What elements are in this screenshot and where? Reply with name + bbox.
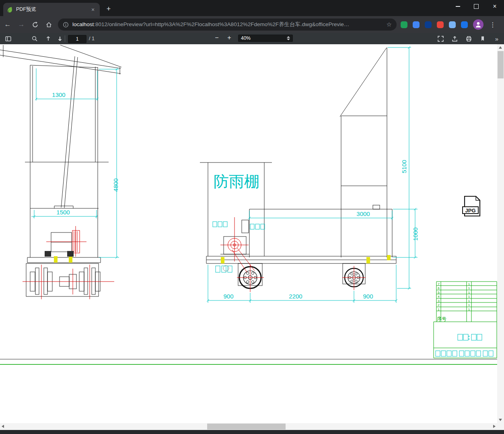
- jpg-label: JPG: [465, 208, 475, 214]
- dimension-labels: 1300 4800 1500 防雨棚 3000 1000 5100 900 22…: [52, 91, 419, 300]
- reload-button[interactable]: [29, 19, 41, 31]
- zoom-in-button[interactable]: +: [225, 34, 234, 41]
- row-no: 5: [438, 291, 440, 294]
- url-text: localhost:8012/onlinePreview?url=http%3A…: [72, 21, 383, 28]
- dimension-label: 2200: [289, 293, 302, 300]
- maximize-icon: [474, 4, 479, 9]
- open-file-icon: [451, 35, 458, 42]
- row-no: 2: [438, 303, 440, 307]
- close-icon: ×: [493, 3, 496, 10]
- browser-menu-icon[interactable]: ⋮: [489, 21, 497, 29]
- bookmark-icon: [479, 35, 486, 42]
- extension-icon[interactable]: [437, 21, 444, 28]
- more-tools-button[interactable]: »: [493, 35, 501, 43]
- home-icon: [45, 21, 52, 28]
- new-tab-button[interactable]: +: [104, 4, 113, 14]
- zoom-level-value: 40%: [241, 35, 287, 41]
- toolbar-divider: [65, 35, 65, 42]
- row-qty: 1: [468, 295, 470, 298]
- extension-icon[interactable]: [413, 21, 420, 28]
- reload-icon: [32, 21, 39, 28]
- front-view: [0, 45, 121, 296]
- arrow-up-icon: [45, 35, 51, 42]
- horizontal-scrollbar[interactable]: [0, 423, 497, 430]
- zoom-level-select[interactable]: 40%: [238, 35, 293, 42]
- extension-icon[interactable]: [425, 21, 432, 28]
- row-no: 4: [438, 295, 440, 298]
- row-no: 7: [438, 282, 440, 286]
- arrow-down-icon: [57, 35, 63, 42]
- title-block-dots: [469, 336, 470, 340]
- scroll-right-icon[interactable]: [493, 425, 496, 428]
- title-block: [436, 334, 493, 356]
- address-bar: ← → localhost:8012/onlinePreview?url=htt…: [0, 16, 504, 33]
- dimension-label: 900: [223, 293, 233, 300]
- window-bottom-edge: [0, 430, 504, 434]
- minimize-icon: [456, 6, 460, 7]
- pdf-page: 1300 4800 1500 防雨棚 3000 1000 5100 900 22…: [0, 44, 504, 434]
- profile-avatar[interactable]: [473, 19, 483, 30]
- row-qty: 1: [468, 308, 470, 311]
- extension-icon[interactable]: [401, 21, 407, 28]
- table-header-label: 序号: [437, 316, 446, 322]
- print-button[interactable]: [465, 35, 473, 43]
- download-button[interactable]: [479, 35, 487, 43]
- select-spinner-icon: [287, 36, 290, 40]
- row-qty: 1: [468, 303, 470, 307]
- tab-title: PDF预览: [16, 6, 89, 13]
- dimension-label: 1000: [412, 227, 419, 241]
- row-qty: 1: [468, 286, 470, 290]
- row-qty: 1: [468, 299, 470, 303]
- row-no: 6: [438, 286, 440, 290]
- back-button[interactable]: ←: [2, 19, 14, 31]
- url-rest: :8012/onlinePreview?url=http%3A%2F%2Floc…: [94, 21, 349, 27]
- page-number-input[interactable]: [68, 35, 86, 43]
- page-count-label: / 1: [89, 36, 95, 41]
- bookmark-star-icon[interactable]: ☆: [387, 21, 392, 28]
- previous-page-button[interactable]: [44, 35, 52, 43]
- canopy-label: 防雨棚: [214, 173, 259, 190]
- window-controls: ×: [448, 0, 504, 16]
- maximize-button[interactable]: [467, 0, 485, 13]
- search-icon: [31, 35, 38, 42]
- row-no: 1: [438, 308, 440, 311]
- url-field[interactable]: localhost:8012/onlinePreview?url=http%3A…: [58, 19, 397, 31]
- dimension-label: 5100: [401, 160, 407, 173]
- open-file-button[interactable]: [451, 35, 459, 43]
- scroll-left-icon[interactable]: [2, 425, 4, 428]
- jpg-placeholder-icon: JPG: [463, 196, 480, 216]
- url-host: localhost: [72, 21, 94, 27]
- vertical-scrollbar[interactable]: [497, 44, 504, 423]
- tab-close-icon[interactable]: ×: [89, 6, 97, 13]
- dimension-label: 4800: [112, 178, 119, 191]
- find-button[interactable]: [31, 35, 39, 43]
- close-button[interactable]: ×: [485, 0, 504, 13]
- extension-icon[interactable]: [449, 21, 456, 28]
- centerlines-and-drive: [23, 217, 366, 299]
- home-button[interactable]: [43, 19, 55, 31]
- cad-drawing: 1300 4800 1500 防雨棚 3000 1000 5100 900 22…: [0, 44, 497, 423]
- next-page-button[interactable]: [56, 35, 64, 43]
- presentation-mode-button[interactable]: [436, 35, 444, 43]
- browser-tab[interactable]: PDF预览 ×: [3, 3, 100, 16]
- extension-icon[interactable]: [461, 21, 468, 28]
- row-qty: 1: [468, 291, 470, 294]
- browser-window: { "window": { "tab_title": "PDF预览", "tab…: [0, 0, 504, 434]
- sidebar-icon: [5, 35, 12, 42]
- page-info-icon[interactable]: [63, 22, 69, 28]
- dimension-label: 1300: [52, 91, 65, 98]
- horizontal-scrollbar-thumb[interactable]: [207, 424, 286, 430]
- forward-button[interactable]: →: [15, 19, 27, 31]
- scroll-down-icon[interactable]: [499, 419, 502, 421]
- toolbar-right-icons: »: [436, 35, 501, 43]
- print-icon: [465, 35, 472, 42]
- zoom-out-button[interactable]: −: [212, 34, 221, 41]
- sidebar-toggle-button[interactable]: [4, 35, 12, 43]
- side-view: [200, 47, 396, 286]
- scrollbar-corner: [497, 423, 504, 430]
- vertical-scrollbar-thumb[interactable]: [498, 51, 504, 78]
- dimension-label: 3000: [356, 210, 370, 217]
- spring-leaf-favicon: [6, 6, 13, 13]
- scroll-up-icon[interactable]: [499, 46, 502, 49]
- minimize-button[interactable]: [448, 0, 467, 13]
